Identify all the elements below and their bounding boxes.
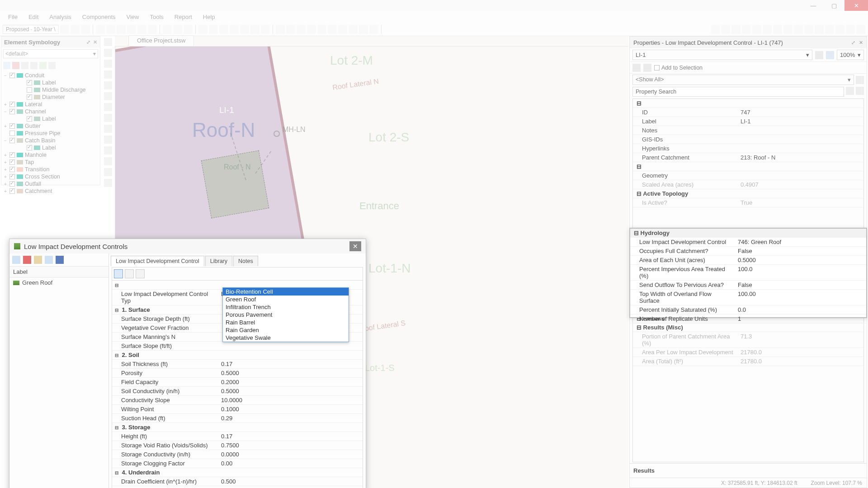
toolbar-icon[interactable] <box>48 62 56 69</box>
search-dropdown-icon[interactable] <box>856 87 864 95</box>
tree-row[interactable]: +Tap <box>3 159 98 166</box>
tab-lid-control[interactable]: Low Impact Development Control <box>111 256 204 266</box>
categorize-icon[interactable] <box>114 269 123 278</box>
toolbar-icon[interactable] <box>104 114 112 122</box>
toolbar-icon[interactable] <box>773 25 782 34</box>
toolbar-icon[interactable] <box>230 25 239 34</box>
tree-row[interactable]: Pressure Pipe <box>3 130 98 137</box>
tree-row[interactable]: Diameter <box>3 94 98 101</box>
maximize-button[interactable]: ▢ <box>824 0 844 11</box>
delete-icon[interactable] <box>23 256 31 264</box>
tree-row[interactable]: −Channel <box>3 108 98 115</box>
tree-row[interactable]: Label <box>3 115 98 122</box>
toolbar-icon[interactable] <box>127 25 136 34</box>
toolbar-icon[interactable] <box>163 25 172 34</box>
toolbar-icon[interactable] <box>137 25 146 34</box>
filter-icon[interactable] <box>856 76 864 84</box>
grid-icon[interactable] <box>136 269 145 278</box>
toolbar-icon[interactable] <box>835 25 844 34</box>
scenario-dropdown[interactable]: Proposed · 10-Year \ <box>3 25 59 34</box>
toolbar-icon[interactable] <box>117 25 126 34</box>
property-search-input[interactable] <box>632 87 844 97</box>
sync-icon[interactable] <box>56 256 64 264</box>
toolbar-icon[interactable] <box>30 62 38 69</box>
toolbar-icon[interactable] <box>148 25 157 34</box>
delete-icon[interactable] <box>12 62 19 69</box>
toolbar-icon[interactable] <box>106 25 115 34</box>
toolbar-icon[interactable] <box>104 125 112 133</box>
symbology-combo[interactable]: <default> ▾ <box>3 49 98 58</box>
tree-row[interactable]: Middle Discharge <box>3 86 98 94</box>
dropdown-option[interactable]: Bio-Retention Cell <box>223 288 349 296</box>
dropdown-option[interactable]: Green Roof <box>223 296 349 303</box>
toolbar-icon[interactable] <box>711 25 720 34</box>
tree-row[interactable]: +Lateral <box>3 101 98 108</box>
close-button[interactable]: ✕ <box>844 0 868 11</box>
dropdown-option[interactable]: Vegetative Swale <box>223 334 349 342</box>
toolbar-icon[interactable] <box>742 25 751 34</box>
help-icon[interactable] <box>826 51 834 59</box>
menu-tools[interactable]: Tools <box>145 12 168 22</box>
tree-row[interactable]: +Manhole <box>3 151 98 159</box>
menu-help[interactable]: Help <box>198 12 220 22</box>
tab-library[interactable]: Library <box>205 256 232 266</box>
toolbar-icon[interactable] <box>104 103 112 111</box>
menu-file[interactable]: File <box>4 12 22 22</box>
toolbar-icon[interactable] <box>173 25 182 34</box>
toolbar-icon[interactable] <box>349 25 358 34</box>
toolbar-icon[interactable] <box>250 25 259 34</box>
toolbar-icon[interactable] <box>752 25 761 34</box>
toolbar-icon[interactable] <box>39 62 47 69</box>
toolbar-icon[interactable] <box>104 157 112 165</box>
toolbar-icon[interactable] <box>104 168 112 176</box>
sort-icon[interactable] <box>125 269 134 278</box>
search-icon[interactable] <box>846 87 854 95</box>
element-combo[interactable]: LI-1 ▾ <box>632 50 812 60</box>
toolbar-icon[interactable] <box>184 25 193 34</box>
menu-report[interactable]: Report <box>170 12 197 22</box>
close-icon[interactable]: ✕ <box>93 39 97 45</box>
toolbar-icon[interactable] <box>60 25 69 34</box>
toolbar-icon[interactable] <box>219 25 228 34</box>
tree-row[interactable]: +Gutter <box>3 122 98 130</box>
canvas-tab[interactable]: Office Project.stsw <box>128 35 194 46</box>
toolbar-icon[interactable] <box>240 25 249 34</box>
duplicate-icon[interactable] <box>45 256 53 264</box>
toolbar-icon[interactable] <box>104 49 112 57</box>
node-icon[interactable] <box>274 131 280 137</box>
report-icon[interactable] <box>34 256 42 264</box>
tree-row[interactable]: −Conduit <box>3 72 98 79</box>
toolbar-icon[interactable] <box>307 25 316 34</box>
find-icon[interactable] <box>815 51 823 59</box>
toolbar-icon[interactable] <box>763 25 772 34</box>
dropdown-option[interactable]: Porous Pavement <box>223 311 349 319</box>
toolbar-icon[interactable] <box>369 25 378 34</box>
tree-row[interactable]: +Catchment <box>3 188 98 195</box>
menu-analysis[interactable]: Analysis <box>45 12 75 22</box>
toolbar-icon[interactable] <box>276 25 285 34</box>
toolbar-icon[interactable] <box>21 62 28 69</box>
close-icon[interactable]: ✕ <box>859 40 863 46</box>
toolbar-icon[interactable] <box>825 25 834 34</box>
filter-combo[interactable]: <Show All> ▾ <box>632 75 854 85</box>
menu-edit[interactable]: Edit <box>24 12 43 22</box>
toolbar-icon[interactable] <box>815 25 824 34</box>
toolbar-icon[interactable] <box>328 25 337 34</box>
toolbar-icon[interactable] <box>104 146 112 155</box>
tab-notes[interactable]: Notes <box>233 256 258 266</box>
toolbar-icon[interactable] <box>804 25 813 34</box>
toolbar-icon[interactable] <box>104 92 112 100</box>
toolbar-icon[interactable] <box>71 25 80 34</box>
toolbar-icon[interactable] <box>96 25 105 34</box>
tree-row[interactable]: −Catch Basin <box>3 137 98 144</box>
pin-icon[interactable]: ⤢ <box>851 40 855 46</box>
toolbar-icon[interactable] <box>783 25 793 34</box>
toolbar-icon[interactable] <box>632 64 641 72</box>
inner-polygon[interactable] <box>201 150 269 219</box>
tree-row[interactable]: Label <box>3 79 98 86</box>
minimize-button[interactable]: — <box>803 0 824 11</box>
menu-components[interactable]: Components <box>78 12 120 22</box>
symbology-tree[interactable]: −ConduitLabelMiddle DischargeDiameter+La… <box>1 71 100 196</box>
new-icon[interactable] <box>3 62 10 69</box>
toolbar-icon[interactable] <box>209 25 218 34</box>
